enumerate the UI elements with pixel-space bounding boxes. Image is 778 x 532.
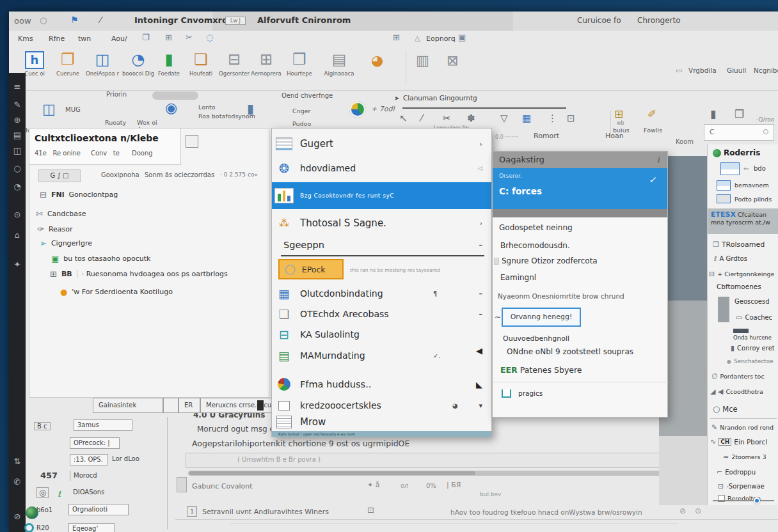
menu-item-ffma[interactable]: Ffma hudduss.. ◣ — [272, 374, 491, 395]
sub-token[interactable]: te — [113, 150, 120, 157]
layout-thumbnail[interactable] — [717, 194, 731, 203]
clow-icon[interactable]: ▮ — [710, 107, 716, 120]
ribbon-right-label[interactable]: Vrgbdila — [688, 66, 717, 74]
tab-blank[interactable] — [163, 398, 179, 413]
status-circle-icon[interactable]: ⊘ — [679, 506, 686, 515]
doc-field[interactable]: ( Umswhtm B e Br povra ) — [186, 453, 697, 468]
notes-nav-icon[interactable]: ⊙ — [9, 210, 26, 219]
form-input[interactable]: Eqeoag' — [68, 523, 115, 532]
settings-item[interactable]: ∿CHEin Pborcl — [710, 437, 767, 446]
tab-gooxipnoha[interactable]: Gooxipnoha — [101, 171, 139, 178]
settings-item[interactable]: ○Mce — [713, 404, 738, 414]
sub-token[interactable]: 41e — [35, 150, 47, 157]
ribbon-right-label[interactable]: Giuull — [727, 66, 746, 74]
folder-item[interactable]: ✑ Reasor — [37, 224, 73, 234]
settings-item[interactable]: ▮Conroy eret — [731, 344, 775, 352]
tab-sonm[interactable]: Sonm äs ocieczorrdas — [145, 171, 214, 178]
settings-item[interactable]: Geoscoesd — [734, 298, 770, 305]
form-icon[interactable]: ◎ — [36, 487, 49, 498]
form-input[interactable]: OPrecock: | — [70, 437, 120, 449]
info-icon[interactable]: i — [657, 152, 660, 168]
tab-group-button[interactable]: G ∫ □ — [38, 169, 81, 182]
menu-item[interactable]: Kms — [18, 35, 33, 43]
frame-icon[interactable]: ⊡ — [567, 113, 575, 124]
menu-item-gugert[interactable]: Gugert › — [272, 134, 491, 154]
submenu-selected-block[interactable]: Orseror. C: forces ✓ — [493, 168, 667, 209]
ribbon-button[interactable]: ▮Foedate — [152, 50, 186, 77]
selected-style-row[interactable]: ETESX Cfcaitean mna tyroscrm at./w — [708, 208, 778, 234]
highlighted-option-box[interactable]: ◯ EPock — [278, 259, 344, 279]
form-input[interactable]: 3amus — [74, 419, 132, 431]
titlebar-right-label-1[interactable]: Curuicoe fo — [577, 16, 621, 25]
menu-item-mamurndating[interactable]: ▤ MAMurndating ✓. ◀ — [272, 345, 491, 366]
contacts-nav-icon[interactable]: ◫ — [9, 146, 26, 155]
submenu-item[interactable]: Godospetet neinng — [499, 223, 573, 232]
grid-list-icon[interactable]: ▥ — [416, 52, 429, 68]
cnger-label[interactable]: Cnger — [292, 107, 310, 114]
ribbon-button[interactable]: ▤Aiginaoaca — [322, 50, 356, 77]
settings-item[interactable]: ⊡-Sorpenwae — [718, 482, 765, 490]
home-nav-icon[interactable]: ⌂ — [9, 230, 26, 240]
search-input[interactable]: C — [704, 124, 774, 141]
form-input[interactable]: DIOASons — [70, 487, 120, 497]
slider-handle[interactable] — [754, 497, 760, 504]
settings-item[interactable]: ●Senchatectoe — [727, 358, 774, 364]
titlebar-right-label-2[interactable]: Chrongerto — [637, 16, 681, 25]
tasks-nav-icon[interactable]: ◔ — [9, 182, 26, 191]
menu-item-selected[interactable]: Bzg Cosoktovndr fes runt syC — [272, 182, 491, 209]
horizontal-scrollbar[interactable] — [188, 471, 708, 476]
hoan-label[interactable]: Hoan — [605, 132, 624, 140]
menu-item[interactable]: Rfne — [49, 35, 65, 43]
doc-mark[interactable]: ✦ å — [367, 481, 379, 489]
folder-item[interactable]: ● 'w For Sderdioenta Kootilugo — [60, 287, 173, 297]
ribbon-button[interactable]: ⊟Ogersonter — [218, 50, 251, 77]
ribbon-button[interactable]: ◔booocoi Dig — [122, 50, 155, 77]
clock-nav-icon[interactable]: ○ — [9, 164, 26, 173]
settings-item[interactable]: ℓA Grdtos — [714, 254, 747, 263]
neyg-icon[interactable]: ❒ — [734, 107, 744, 120]
close-box-icon[interactable]: ⊠ — [447, 52, 458, 68]
menu-item-thotosal[interactable]: ⁂ Thotosal S Sagne. › — [272, 213, 491, 233]
mail-nav-icon[interactable]: ≡ — [9, 82, 26, 91]
ribbon-button[interactable]: ❏Houfeati — [184, 50, 218, 77]
export-label[interactable]: Eopnorq — [426, 35, 456, 43]
scissors-icon[interactable]: ✂ — [443, 113, 451, 124]
menu-item-otechdx[interactable]: ❏ OTEchdx Arecobass – — [272, 304, 491, 324]
submenu-item[interactable]: Brhecomodousdn. — [500, 241, 570, 250]
zodl-label[interactable]: + 7odl — [371, 105, 394, 113]
settings-item[interactable]: Cbftomoenes — [717, 283, 761, 290]
toggle-pill[interactable] — [152, 91, 198, 100]
folder-item[interactable]: ⊞ BB · Ruesonoma hvdoagea oos ps oartbrl… — [50, 269, 228, 279]
menu-item-mrow[interactable]: Mrow — [272, 414, 491, 430]
settings-item[interactable]: Onda hurcene — [733, 334, 772, 341]
app-menu-label[interactable]: oow — [14, 16, 31, 26]
fowlis-icon[interactable]: ✐ — [647, 107, 656, 120]
sync-nav-icon[interactable]: ⇅ — [9, 457, 26, 466]
pudoo-label[interactable]: Pudoo — [292, 120, 311, 127]
checkbox-icon[interactable] — [278, 401, 290, 411]
globe-icon[interactable] — [349, 101, 366, 118]
calendar-nav-icon[interactable]: ▤ — [9, 130, 26, 140]
ribbon-button[interactable]: ❐Cuerune — [51, 50, 84, 77]
ribbon-button[interactable]: ❒Hourtepe — [283, 50, 316, 77]
form-input[interactable]: Morocd — [70, 471, 115, 481]
folder-item[interactable]: ➢ Cigngerlgre — [40, 239, 92, 248]
romort-label[interactable]: Romort — [534, 132, 559, 140]
sub-token[interactable]: Conv — [91, 150, 107, 157]
menu-item[interactable]: twn — [78, 35, 91, 43]
tab-er[interactable]: ER — [179, 398, 200, 413]
settings-nav-icon[interactable]: ⊘ — [9, 512, 26, 521]
ribbon-right-label[interactable]: Ncgnibet — [754, 66, 778, 74]
settings-item[interactable]: ⌐Eodroppu — [717, 468, 756, 476]
paste-icon[interactable]: ⊞ — [165, 33, 172, 42]
compose-nav-icon[interactable]: ✎ — [9, 100, 26, 109]
status-mid-icon[interactable]: ⊡ — [367, 505, 374, 515]
outlined-button[interactable]: Orvanng henegg! — [502, 308, 581, 327]
settings-item[interactable]: ◢ ◀Ccoodthotra — [710, 387, 763, 396]
phone-nav-icon[interactable]: ✆ — [9, 477, 26, 487]
copy-icon[interactable]: ❐ — [142, 33, 150, 42]
settings-item[interactable]: ❐TRolsoamed — [713, 240, 765, 249]
collapse-button[interactable] — [186, 135, 198, 148]
ribbon-button[interactable]: ◫OneiAspoa r — [86, 50, 119, 77]
mug-icon[interactable]: ◫ — [42, 101, 56, 117]
